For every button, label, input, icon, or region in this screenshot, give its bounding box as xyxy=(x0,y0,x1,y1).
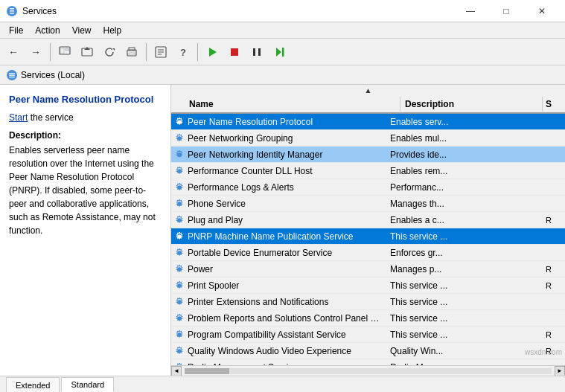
app-icon xyxy=(6,5,18,17)
tab-standard[interactable]: Standard xyxy=(61,377,114,392)
table-row[interactable]: Radio Management ServiceRadio Mana... xyxy=(171,359,565,365)
table-row[interactable]: PNRP Machine Name Publication ServiceThi… xyxy=(171,228,565,245)
scroll-up-indicator[interactable]: ▲ xyxy=(171,85,565,96)
close-button[interactable]: ✕ xyxy=(525,0,559,22)
breadcrumb-icon xyxy=(6,69,18,81)
service-description: This service ... xyxy=(387,295,543,309)
service-icon xyxy=(171,182,185,193)
svg-rect-3 xyxy=(10,13,14,14)
table-row[interactable]: Performance Logs & AlertsPerformanc... xyxy=(171,179,565,196)
service-name: Printer Extensions and Notifications xyxy=(185,295,387,309)
restart-service-button[interactable] xyxy=(269,42,290,62)
service-icon xyxy=(171,199,185,209)
refresh-button[interactable] xyxy=(99,42,120,62)
service-icon xyxy=(171,313,185,324)
service-name: Performance Counter DLL Host xyxy=(185,164,387,178)
svg-rect-1 xyxy=(10,8,14,10)
pause-service-button[interactable] xyxy=(246,42,267,62)
print-button[interactable] xyxy=(121,42,142,62)
table-row[interactable]: Portable Device Enumerator ServiceEnforc… xyxy=(171,245,565,261)
svg-text:?: ? xyxy=(180,47,186,58)
menu-view[interactable]: View xyxy=(66,24,98,37)
table-row[interactable]: PowerManages p...R xyxy=(171,261,565,277)
service-status xyxy=(543,121,565,123)
table-row[interactable]: Plug and PlayEnables a c...R xyxy=(171,212,565,228)
table-row[interactable]: Problem Reports and Solutions Control Pa… xyxy=(171,310,565,327)
service-status xyxy=(543,317,565,320)
service-status xyxy=(543,170,565,173)
table-header: Name Description S xyxy=(171,96,565,114)
service-icon xyxy=(171,248,185,258)
minimize-button[interactable]: — xyxy=(453,0,488,22)
right-panel: ▲ Name Description S Peer Name Resolutio… xyxy=(171,85,565,376)
service-icon xyxy=(171,231,185,242)
service-description: Enables serv... xyxy=(387,115,543,129)
service-description: Manages th... xyxy=(387,197,543,211)
service-icon xyxy=(171,133,185,144)
table-row[interactable]: Phone ServiceManages th... xyxy=(171,196,565,212)
service-name: Quality Windows Audio Video Experience xyxy=(185,344,387,358)
table-row[interactable]: Peer Networking Identity ManagerProvides… xyxy=(171,147,565,163)
horizontal-scrollbar[interactable]: ◄ ► xyxy=(171,365,565,376)
scroll-left-button[interactable]: ◄ xyxy=(171,366,182,376)
table-row[interactable]: Peer Name Resolution ProtocolEnables ser… xyxy=(171,114,565,130)
column-header-description[interactable]: Description xyxy=(400,97,543,112)
service-name: Performance Logs & Alerts xyxy=(185,181,387,194)
breadcrumb-bar: Services (Local) xyxy=(0,65,565,85)
service-status: R xyxy=(543,263,565,275)
start-service-link[interactable]: Start xyxy=(9,112,28,123)
toolbar: ← → ? xyxy=(0,39,565,65)
service-link-container: Start the service xyxy=(9,112,162,123)
h-scroll-thumb[interactable] xyxy=(185,368,229,374)
window-controls: — □ ✕ xyxy=(453,0,559,22)
service-icon xyxy=(171,264,185,274)
scroll-right-button[interactable]: ► xyxy=(555,366,565,376)
h-scroll-track[interactable] xyxy=(185,368,552,374)
service-description: Enables rem... xyxy=(387,164,543,178)
stop-service-button[interactable] xyxy=(224,42,245,62)
service-status xyxy=(543,251,565,254)
table-row[interactable]: Program Compatibility Assistant ServiceT… xyxy=(171,327,565,343)
service-description: Enforces gr... xyxy=(387,246,543,260)
table-row[interactable]: Performance Counter DLL HostEnables rem.… xyxy=(171,163,565,179)
tab-extended[interactable]: Extended xyxy=(6,377,60,392)
maximize-button[interactable]: □ xyxy=(489,0,523,22)
services-table: Peer Name Resolution ProtocolEnables ser… xyxy=(171,114,565,365)
table-row[interactable]: Printer Extensions and NotificationsThis… xyxy=(171,294,565,310)
svg-rect-6 xyxy=(66,48,69,51)
menu-action[interactable]: Action xyxy=(29,24,66,37)
service-name: Plug and Play xyxy=(185,213,387,227)
service-description: Performanc... xyxy=(387,181,543,194)
table-row[interactable]: Quality Windows Audio Video ExperienceQu… xyxy=(171,343,565,359)
service-name: Power xyxy=(185,263,387,276)
service-description: This service ... xyxy=(387,230,543,243)
console-root-button[interactable] xyxy=(54,42,75,62)
back-button[interactable]: ← xyxy=(3,42,24,62)
properties-button[interactable] xyxy=(150,42,171,62)
table-row[interactable]: Peer Networking GroupingEnables mul... xyxy=(171,130,565,147)
service-icon xyxy=(171,150,185,160)
start-service-button[interactable] xyxy=(202,42,223,62)
service-status: R xyxy=(543,345,565,357)
service-name: Peer Networking Identity Manager xyxy=(185,148,387,161)
forward-button[interactable]: → xyxy=(25,42,46,62)
link-suffix: the service xyxy=(28,112,73,123)
service-name: Phone Service xyxy=(185,197,387,211)
service-status: R xyxy=(543,280,565,292)
title-bar: Services — □ ✕ xyxy=(0,0,565,22)
menu-file[interactable]: File xyxy=(3,24,29,37)
up-one-level-button[interactable] xyxy=(77,42,98,62)
bottom-tabs: Extended Standard xyxy=(0,376,565,392)
menu-bar: File Action View Help xyxy=(0,22,565,39)
column-header-name[interactable]: Name xyxy=(185,97,400,112)
svg-rect-5 xyxy=(60,48,64,54)
help-button[interactable]: ? xyxy=(173,42,194,62)
service-description: Provides ide... xyxy=(387,148,543,161)
service-status xyxy=(543,202,565,205)
menu-help[interactable]: Help xyxy=(98,24,128,37)
table-row[interactable]: Print SpoolerThis service ...R xyxy=(171,277,565,294)
service-name: Problem Reports and Solutions Control Pa… xyxy=(185,312,387,325)
service-icon xyxy=(171,330,185,340)
column-header-status[interactable]: S xyxy=(543,97,565,112)
service-description: This service ... xyxy=(387,328,543,341)
